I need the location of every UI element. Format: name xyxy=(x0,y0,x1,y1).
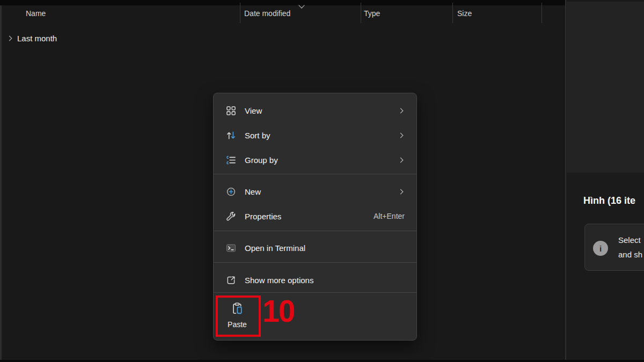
menu-item-sort-by[interactable]: Sort by xyxy=(214,124,416,146)
menu-item-group-by[interactable]: Group by xyxy=(214,149,416,171)
sort-arrows-icon xyxy=(225,129,237,141)
column-header-size[interactable]: Size xyxy=(457,9,472,18)
expand-chevron-icon[interactable] xyxy=(7,35,12,41)
group-row-last-month[interactable]: Last month xyxy=(8,32,57,44)
annotation-highlight-box xyxy=(216,295,261,337)
submenu-chevron-icon xyxy=(398,157,404,162)
menu-separator xyxy=(214,292,416,293)
left-edge-strip xyxy=(0,5,2,362)
menu-separator xyxy=(214,174,416,174)
new-plus-icon xyxy=(225,186,237,197)
submenu-chevron-icon xyxy=(398,189,404,194)
menu-separator xyxy=(214,231,416,231)
annotation-step-number: 10 xyxy=(262,295,294,328)
header-top-strip xyxy=(0,0,644,5)
menu-item-new[interactable]: New xyxy=(214,181,416,202)
column-header-type[interactable]: Type xyxy=(364,9,380,18)
preview-area xyxy=(567,2,644,173)
group-list-icon xyxy=(225,154,237,166)
bottom-edge-strip xyxy=(0,360,644,362)
show-more-options-icon xyxy=(225,274,237,286)
terminal-icon xyxy=(225,242,237,254)
submenu-chevron-icon xyxy=(398,132,404,138)
group-label: Last month xyxy=(17,34,57,43)
menu-separator xyxy=(214,262,416,263)
menu-item-show-more-options[interactable]: Show more options xyxy=(214,269,416,291)
wrench-icon xyxy=(225,210,237,222)
shortcut-label: Alt+Enter xyxy=(374,212,405,220)
column-header-date-modified[interactable]: Date modified xyxy=(244,9,290,18)
info-message-line2: and sh xyxy=(618,250,642,259)
view-grid-icon xyxy=(225,105,237,116)
info-message-line1: Select xyxy=(618,235,641,245)
info-icon: i xyxy=(593,241,608,256)
menu-item-open-in-terminal[interactable]: Open in Terminal xyxy=(214,237,416,258)
details-pane-title: Hình (16 ite xyxy=(583,195,635,206)
column-divider[interactable] xyxy=(541,3,542,23)
column-header-name[interactable]: Name xyxy=(26,9,46,18)
sort-descending-icon[interactable] xyxy=(299,0,304,10)
pane-splitter[interactable] xyxy=(565,0,566,362)
column-divider[interactable] xyxy=(452,3,453,23)
menu-item-view[interactable]: View xyxy=(214,100,416,121)
column-divider[interactable] xyxy=(361,3,361,23)
submenu-chevron-icon xyxy=(398,108,404,113)
menu-item-properties[interactable]: Properties Alt+Enter xyxy=(214,205,416,227)
column-divider[interactable] xyxy=(240,3,240,23)
